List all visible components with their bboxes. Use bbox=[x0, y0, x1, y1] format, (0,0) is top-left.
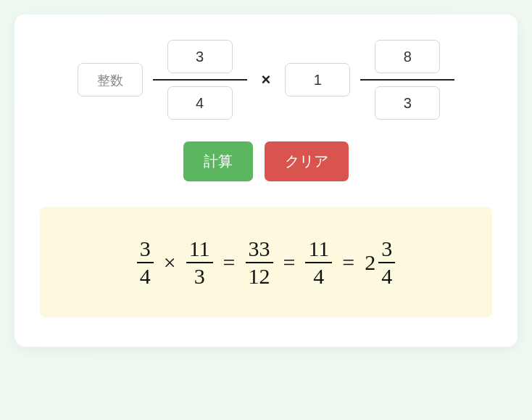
result-symbol: = bbox=[222, 250, 237, 275]
result-symbol: = bbox=[282, 250, 297, 275]
result-equation: 34×113=3312=114=234 bbox=[137, 237, 395, 287]
calculate-button[interactable]: 計算 bbox=[183, 141, 253, 181]
result-fraction: 3312 bbox=[246, 237, 273, 287]
fraction1-numerator-input[interactable] bbox=[167, 40, 233, 73]
fraction-2 bbox=[285, 40, 454, 120]
fraction1-denominator-input[interactable] bbox=[167, 86, 233, 120]
fraction2-denominator-input[interactable] bbox=[375, 86, 440, 120]
result-fraction: 114 bbox=[305, 237, 332, 287]
result-mixed: 234 bbox=[365, 237, 395, 287]
result-box: 34×113=3312=114=234 bbox=[40, 207, 492, 318]
input-row: × bbox=[40, 40, 492, 120]
fraction1-whole-input[interactable] bbox=[78, 63, 143, 96]
fraction1-line bbox=[153, 79, 247, 81]
result-fraction: 113 bbox=[186, 237, 213, 287]
result-symbol: = bbox=[341, 250, 356, 275]
calculator-card: × 計算 クリア 34×113=3312=114=234 bbox=[14, 15, 518, 347]
fraction2-whole-input[interactable] bbox=[285, 63, 350, 96]
button-row: 計算 クリア bbox=[40, 141, 492, 181]
clear-button[interactable]: クリア bbox=[265, 141, 349, 181]
fraction-1 bbox=[78, 40, 247, 120]
fraction2-stack bbox=[360, 40, 454, 120]
fraction2-line bbox=[360, 79, 454, 81]
result-symbol: × bbox=[162, 250, 178, 275]
fraction1-stack bbox=[153, 40, 247, 120]
fraction2-numerator-input[interactable] bbox=[375, 40, 440, 73]
result-fraction: 34 bbox=[137, 237, 154, 287]
result-fraction: 34 bbox=[378, 237, 395, 287]
operator-symbol: × bbox=[262, 70, 271, 89]
